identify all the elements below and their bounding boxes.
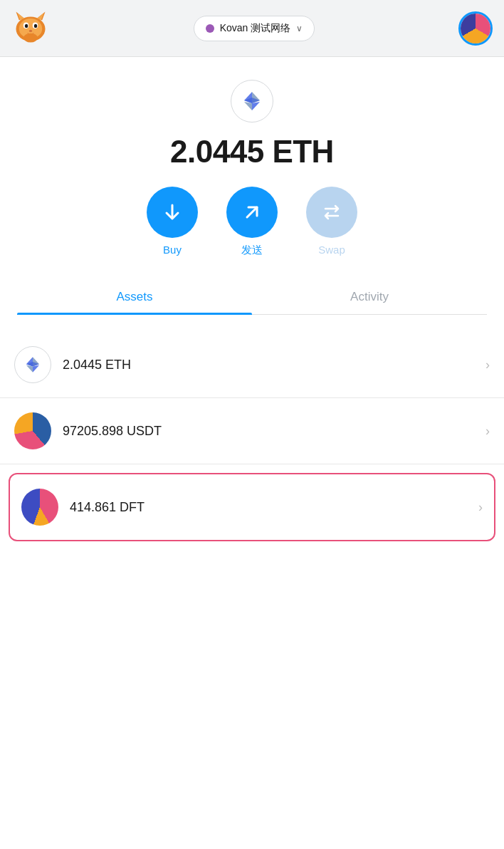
- svg-point-11: [23, 33, 37, 42]
- balance-section: 2.0445 ETH Buy: [0, 57, 504, 332]
- network-status-dot: [206, 24, 214, 33]
- asset-list: 2.0445 ETH › 97205.898 USDT › 414.861 DF…: [0, 332, 504, 550]
- svg-point-8: [25, 24, 28, 27]
- avatar-graphic: [461, 14, 490, 43]
- send-button-circle: [226, 187, 278, 238]
- svg-marker-14: [252, 102, 260, 110]
- network-dropdown-icon: ∨: [296, 24, 303, 33]
- metamask-logo: [11, 8, 50, 49]
- dft-token-icon: [21, 489, 58, 526]
- tab-assets[interactable]: Assets: [17, 280, 252, 314]
- action-buttons: Buy 发送 S: [147, 187, 357, 257]
- eth-main-icon: [231, 80, 273, 123]
- buy-label: Buy: [163, 244, 182, 256]
- send-button[interactable]: 发送: [226, 187, 278, 257]
- asset-row-dft-wrapper: 414.861 DFT ›: [0, 464, 504, 550]
- svg-marker-21: [33, 365, 39, 373]
- asset-row-eth[interactable]: 2.0445 ETH ›: [0, 332, 504, 398]
- eth-token-icon: [14, 346, 51, 383]
- swap-button[interactable]: Swap: [306, 187, 357, 256]
- svg-marker-22: [26, 365, 33, 373]
- swap-button-circle: [306, 187, 357, 238]
- asset-row-usdt[interactable]: 97205.898 USDT ›: [0, 398, 504, 464]
- svg-line-18: [247, 207, 257, 217]
- account-avatar[interactable]: [458, 11, 493, 46]
- tabs-container: Assets Activity: [17, 280, 487, 315]
- eth-balance: 2.0445 ETH: [63, 358, 474, 373]
- svg-marker-15: [244, 102, 252, 110]
- svg-point-10: [29, 29, 32, 31]
- dft-chevron-icon: ›: [478, 500, 483, 515]
- app-header: Kovan 测试网络 ∨: [0, 0, 504, 57]
- network-label: Kovan 测试网络: [220, 22, 291, 35]
- swap-label: Swap: [318, 244, 345, 256]
- usdt-balance: 97205.898 USDT: [63, 424, 474, 439]
- send-label: 发送: [241, 244, 263, 257]
- usdt-token-icon: [14, 412, 51, 449]
- buy-button[interactable]: Buy: [147, 187, 198, 256]
- balance-amount: 2.0445 ETH: [170, 134, 334, 170]
- svg-point-9: [34, 24, 37, 27]
- asset-row-dft[interactable]: 414.861 DFT ›: [9, 473, 495, 541]
- network-selector[interactable]: Kovan 测试网络 ∨: [194, 16, 315, 41]
- tab-activity[interactable]: Activity: [252, 280, 487, 314]
- eth-chevron-icon: ›: [485, 358, 490, 373]
- main-content: 2.0445 ETH Buy: [0, 57, 504, 849]
- usdt-chevron-icon: ›: [485, 424, 490, 439]
- dft-balance: 414.861 DFT: [70, 500, 467, 515]
- buy-button-circle: [147, 187, 198, 238]
